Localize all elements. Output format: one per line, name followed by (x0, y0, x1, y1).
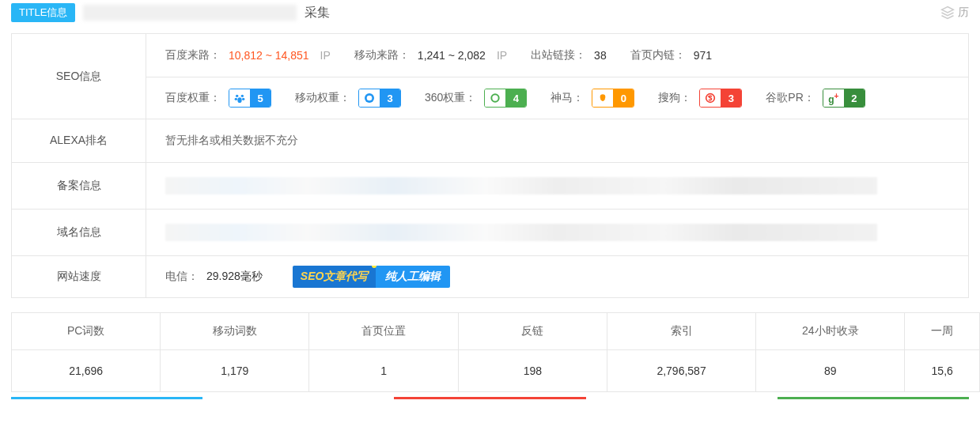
domain-blurred (165, 224, 877, 241)
label-domain: 域名信息 (12, 210, 146, 255)
stats-table: PC词数 21,696 移动词数 1,179 首页位置 1 反链 198 索引 … (11, 312, 980, 392)
row-domain: 域名信息 (12, 210, 968, 256)
metric-baidu-traffic: 百度来路： 10,812 ~ 14,851 IP (165, 48, 331, 62)
metric-mobile-traffic: 移动来路： 1,241 ~ 2,082 IP (354, 48, 507, 62)
weight-google: 谷歌PR： g+ 2 (766, 89, 865, 108)
svg-point-3 (242, 98, 244, 100)
row-alexa: ALEXA排名 暂无排名或相关数据不充分 (12, 119, 968, 163)
weight-sogou: 搜狗： 3 (658, 89, 742, 108)
beian-content (146, 163, 968, 209)
baidu-weight-badge[interactable]: 5 (229, 89, 271, 108)
speed-metric: 电信： 29.928毫秒 (165, 270, 263, 284)
alexa-content: 暂无排名或相关数据不充分 (146, 119, 968, 162)
row-speed: 网站速度 电信： 29.928毫秒 SEO文章代写 纯人工编辑 (12, 256, 968, 297)
weight-baidu: 百度权重： 5 (165, 89, 271, 108)
row-seo: SEO信息 百度来路： 10,812 ~ 14,851 IP 移动来路： 1,2… (12, 34, 968, 119)
header-right-action[interactable]: 历 (940, 6, 969, 20)
sogou-weight-badge[interactable]: 3 (699, 89, 742, 108)
mobile-weight-badge[interactable]: 3 (358, 89, 401, 108)
domain-content (146, 210, 968, 255)
seo-weight-row: 百度权重： 5 移动权重： 3 360权重： (146, 77, 968, 119)
metric-inlinks: 首页内链： 971 (630, 48, 712, 62)
metric-outbound: 出站链接： 38 (531, 48, 607, 62)
svg-point-4 (237, 97, 241, 103)
shenma-weight-badge[interactable]: 0 (592, 89, 634, 108)
alexa-value: 暂无排名或相关数据不充分 (165, 134, 298, 148)
svg-point-8 (600, 94, 606, 100)
header-row: TITLE信息 采集 历 (0, 0, 980, 25)
promo-badge[interactable]: SEO文章代写 纯人工编辑 (293, 266, 451, 288)
beian-blurred (165, 177, 877, 195)
label-speed: 网站速度 (12, 256, 146, 297)
title-info-badge: TITLE信息 (11, 3, 75, 22)
seo-traffic-row: 百度来路： 10,812 ~ 14,851 IP 移动来路： 1,241 ~ 2… (146, 34, 968, 77)
stats-col-week[interactable]: 一周 15,6 (905, 313, 980, 392)
header-right-text: 历 (958, 6, 969, 20)
seo-content: 百度来路： 10,812 ~ 14,851 IP 移动来路： 1,241 ~ 2… (146, 34, 968, 119)
baidu-mobile-icon (363, 92, 376, 104)
stats-col-homepos[interactable]: 首页位置 1 (309, 313, 458, 392)
row-beian: 备案信息 (12, 163, 968, 210)
svg-point-7 (492, 94, 499, 101)
360-weight-badge[interactable]: 4 (484, 89, 527, 108)
stats-col-backlinks[interactable]: 反链 198 (459, 313, 607, 392)
bottom-color-bars (11, 397, 969, 399)
label-beian: 备案信息 (12, 163, 146, 209)
svg-point-6 (367, 96, 373, 101)
speed-content: 电信： 29.928毫秒 SEO文章代写 纯人工编辑 (146, 256, 968, 297)
stats-col-index[interactable]: 索引 2,796,587 (607, 313, 756, 392)
label-alexa: ALEXA排名 (12, 119, 146, 162)
svg-point-2 (235, 98, 237, 100)
google-pr-badge[interactable]: g+ 2 (823, 89, 865, 108)
title-blurred-text (83, 5, 297, 21)
svg-point-0 (236, 95, 238, 97)
360-icon (489, 92, 501, 104)
weight-shenma: 神马： 0 (551, 89, 634, 108)
shenma-icon (596, 92, 609, 104)
google-g-icon: g+ (828, 92, 838, 105)
stats-col-mobile[interactable]: 移动词数 1,179 (161, 313, 309, 392)
baidu-paw-icon (233, 92, 246, 104)
weight-mobile: 移动权重： 3 (295, 89, 401, 108)
svg-point-1 (241, 95, 244, 97)
stats-col-pc[interactable]: PC词数 21,696 (12, 313, 161, 392)
title-suffix: 采集 (305, 5, 330, 21)
stats-col-24h[interactable]: 24小时收录 89 (756, 313, 905, 392)
stack-icon (940, 6, 955, 20)
label-seo: SEO信息 (12, 34, 146, 119)
info-table: SEO信息 百度来路： 10,812 ~ 14,851 IP 移动来路： 1,2… (11, 33, 969, 298)
weight-360: 360权重： 4 (425, 89, 527, 108)
sogou-icon (704, 92, 717, 104)
